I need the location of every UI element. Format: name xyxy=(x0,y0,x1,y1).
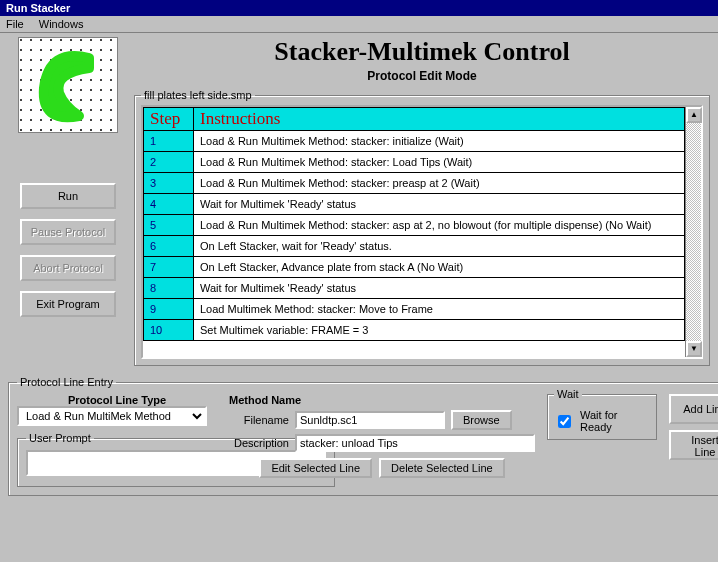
step-cell: 9 xyxy=(144,299,194,320)
linetype-label: Protocol Line Type xyxy=(17,394,217,406)
step-cell: 5 xyxy=(144,215,194,236)
desc-input[interactable] xyxy=(295,434,535,452)
instruction-cell: Load Multimek Method: stacker: Move to F… xyxy=(194,299,685,320)
instruction-cell: Wait for Multimek 'Ready' status xyxy=(194,278,685,299)
scroll-up-icon[interactable]: ▲ xyxy=(686,107,702,123)
scrollbar[interactable]: ▲ ▼ xyxy=(685,107,701,357)
run-button[interactable]: Run xyxy=(20,183,116,209)
abort-button[interactable]: Abort Protocol xyxy=(20,255,116,281)
pause-button[interactable]: Pause Protocol xyxy=(20,219,116,245)
page-subtitle: Protocol Edit Mode xyxy=(134,69,710,83)
instruction-cell: Wait for Multimek 'Ready' status xyxy=(194,194,685,215)
step-cell: 2 xyxy=(144,152,194,173)
edit-selected-button[interactable]: Edit Selected Line xyxy=(259,458,372,478)
delete-selected-button[interactable]: Delete Selected Line xyxy=(379,458,505,478)
methodname-label: Method Name xyxy=(229,394,535,406)
wait-fieldset: Wait Wait for Ready xyxy=(547,394,657,440)
logo xyxy=(18,37,118,133)
exit-button[interactable]: Exit Program xyxy=(20,291,116,317)
step-cell: 6 xyxy=(144,236,194,257)
table-row[interactable]: 7On Left Stacker, Advance plate from sta… xyxy=(144,257,685,278)
step-cell: 7 xyxy=(144,257,194,278)
instruction-cell: Load & Run Multimek Method: stacker: pre… xyxy=(194,173,685,194)
table-row[interactable]: 3Load & Run Multimek Method: stacker: pr… xyxy=(144,173,685,194)
wait-checkbox[interactable] xyxy=(558,415,571,428)
table-row[interactable]: 5Load & Run Multimek Method: stacker: as… xyxy=(144,215,685,236)
step-cell: 4 xyxy=(144,194,194,215)
protocol-fieldset: fill plates left side.smp Step Instructi… xyxy=(134,89,710,366)
addline-button[interactable]: Add Line xyxy=(669,394,718,424)
step-cell: 3 xyxy=(144,173,194,194)
desc-label: Description xyxy=(229,437,289,449)
wait-label: Wait for Ready xyxy=(580,409,650,433)
menu-bar: File Windows xyxy=(0,16,718,33)
scroll-down-icon[interactable]: ▼ xyxy=(686,341,702,357)
title-bar: Run Stacker xyxy=(0,0,718,16)
col-instructions: Instructions xyxy=(194,108,685,131)
window-title: Run Stacker xyxy=(6,2,70,14)
step-cell: 1 xyxy=(144,131,194,152)
instruction-cell: On Left Stacker, wait for 'Ready' status… xyxy=(194,236,685,257)
filename-input[interactable] xyxy=(295,411,445,429)
entry-fieldset: Protocol Line Entry Protocol Line Type L… xyxy=(8,376,718,496)
table-row[interactable]: 10Set Multimek variable: FRAME = 3 xyxy=(144,320,685,341)
table-row[interactable]: 2Load & Run Multimek Method: stacker: Lo… xyxy=(144,152,685,173)
scroll-track[interactable] xyxy=(686,123,701,341)
instruction-cell: Load & Run Multimek Method: stacker: asp… xyxy=(194,215,685,236)
protocol-table-wrap: Step Instructions 1Load & Run Multimek M… xyxy=(141,105,703,359)
linetype-select[interactable]: Load & Run MultiMek Method xyxy=(17,406,207,426)
wait-legend: Wait xyxy=(554,388,582,400)
table-row[interactable]: 6On Left Stacker, wait for 'Ready' statu… xyxy=(144,236,685,257)
col-step: Step xyxy=(144,108,194,131)
protocol-filename-legend: fill plates left side.smp xyxy=(141,89,255,101)
protocol-table: Step Instructions 1Load & Run Multimek M… xyxy=(143,107,685,341)
page-title: Stacker-Multimek Control xyxy=(134,37,710,67)
table-row[interactable]: 1Load & Run Multimek Method: stacker: in… xyxy=(144,131,685,152)
menu-windows[interactable]: Windows xyxy=(39,18,84,30)
entry-legend: Protocol Line Entry xyxy=(17,376,116,388)
insertline-button[interactable]: Insert Line xyxy=(669,430,718,460)
browse-button[interactable]: Browse xyxy=(451,410,512,430)
step-cell: 10 xyxy=(144,320,194,341)
instruction-cell: Set Multimek variable: FRAME = 3 xyxy=(194,320,685,341)
instruction-cell: Load & Run Multimek Method: stacker: Loa… xyxy=(194,152,685,173)
step-cell: 8 xyxy=(144,278,194,299)
instruction-cell: Load & Run Multimek Method: stacker: ini… xyxy=(194,131,685,152)
menu-file[interactable]: File xyxy=(6,18,24,30)
userprompt-legend: User Prompt xyxy=(26,432,94,444)
table-row[interactable]: 8Wait for Multimek 'Ready' status xyxy=(144,278,685,299)
filename-label: Filename xyxy=(229,414,289,426)
table-row[interactable]: 9Load Multimek Method: stacker: Move to … xyxy=(144,299,685,320)
instruction-cell: On Left Stacker, Advance plate from stac… xyxy=(194,257,685,278)
table-row[interactable]: 4Wait for Multimek 'Ready' status xyxy=(144,194,685,215)
